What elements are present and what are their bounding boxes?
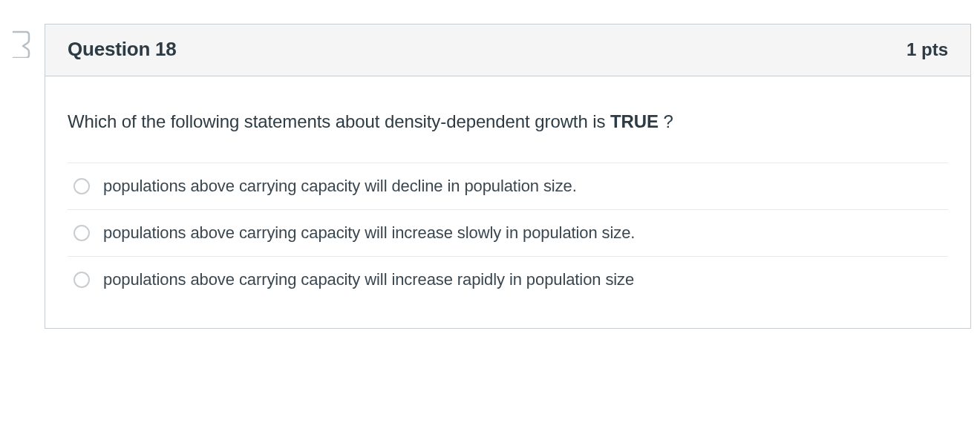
question-prompt: Which of the following statements about … — [68, 109, 948, 134]
prompt-suffix: ? — [659, 111, 673, 131]
radio-icon[interactable] — [74, 272, 90, 288]
answer-text: populations above carrying capacity will… — [103, 177, 577, 196]
radio-icon[interactable] — [74, 225, 90, 241]
prompt-bold: TRUE — [610, 111, 659, 131]
question-points: 1 pts — [906, 39, 948, 60]
question-header: Question 18 1 pts — [45, 24, 970, 76]
question-block: Question 18 1 pts Which of the following… — [9, 24, 971, 329]
question-card: Question 18 1 pts Which of the following… — [45, 24, 971, 329]
answer-option[interactable]: populations above carrying capacity will… — [68, 210, 948, 257]
answer-option[interactable]: populations above carrying capacity will… — [68, 257, 948, 303]
question-body: Which of the following statements about … — [45, 76, 970, 328]
answer-text: populations above carrying capacity will… — [103, 270, 634, 289]
question-title: Question 18 — [68, 38, 177, 61]
radio-icon[interactable] — [74, 178, 90, 194]
flag-icon[interactable] — [9, 30, 31, 58]
answer-list: populations above carrying capacity will… — [68, 163, 948, 303]
prompt-prefix: Which of the following statements about … — [68, 111, 610, 131]
answer-text: populations above carrying capacity will… — [103, 223, 635, 243]
answer-option[interactable]: populations above carrying capacity will… — [68, 163, 948, 210]
